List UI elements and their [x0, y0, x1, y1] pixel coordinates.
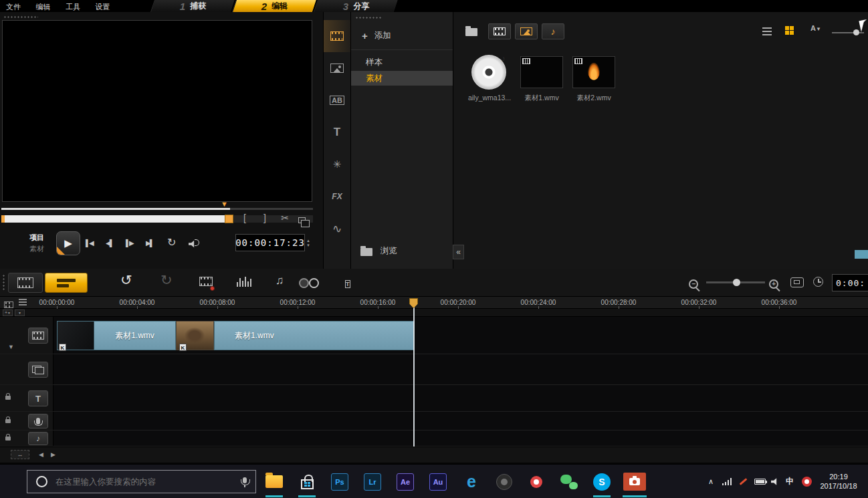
title-track-button[interactable]: T: [28, 390, 48, 406]
overlay-track-button[interactable]: [28, 362, 48, 378]
playhead-line[interactable]: [413, 307, 415, 447]
split-clip-button[interactable]: ✂: [277, 213, 293, 223]
undo-button[interactable]: ↺: [120, 272, 132, 288]
play-button[interactable]: ▶: [56, 231, 80, 255]
browse-button[interactable]: 浏览: [351, 241, 453, 261]
tray-ime-indicator[interactable]: 中: [784, 465, 796, 498]
trim-handle-right[interactable]: [225, 215, 233, 223]
repeat-button[interactable]: ↻: [167, 236, 176, 249]
filter-videos-button[interactable]: [488, 23, 511, 39]
tool-graphics[interactable]: ✳: [324, 148, 350, 180]
import-media-button[interactable]: [465, 25, 477, 39]
tab-edit[interactable]: 2编辑: [232, 0, 318, 12]
timecode-spinner[interactable]: ▲ ▼: [306, 235, 310, 250]
taskbar-app-lightroom[interactable]: Lr: [364, 465, 381, 498]
timeline-zoom-slider[interactable]: [706, 281, 765, 283]
menu-file[interactable]: 文件: [0, 1, 27, 13]
slider-handle[interactable]: [853, 29, 859, 35]
project-duration-button[interactable]: [813, 277, 823, 289]
mark-in-button[interactable]: [: [237, 213, 253, 223]
taskbar-app-camera[interactable]: [623, 465, 647, 498]
enlarge-preview-button[interactable]: [298, 214, 306, 226]
auto-music-button[interactable]: ♫: [276, 274, 284, 287]
taskbar-app-aftereffects[interactable]: Ae: [397, 465, 414, 498]
tray-battery-icon[interactable]: [753, 465, 766, 498]
taskbar-clock[interactable]: 20:19 2017/10/18: [813, 472, 864, 491]
track-disclosure-button[interactable]: ▼: [8, 344, 14, 350]
filter-photos-button[interactable]: [515, 23, 538, 39]
menu-tools[interactable]: 工具: [60, 1, 86, 13]
scroll-left-button[interactable]: ◀: [39, 451, 43, 458]
taskbar-app-photoshop[interactable]: Ps: [331, 465, 348, 498]
tray-volume-icon[interactable]: [769, 465, 781, 498]
menu-settings[interactable]: 设置: [89, 1, 116, 13]
storyboard-view-button[interactable]: [8, 273, 43, 293]
filter-audio-button[interactable]: ♪: [542, 23, 564, 39]
tab-share[interactable]: 3分享: [314, 0, 399, 12]
taskbar-app-skype[interactable]: S: [593, 465, 611, 498]
taskbar-app-generic[interactable]: [496, 465, 513, 498]
gallery-item-material[interactable]: 素材: [351, 71, 453, 86]
scrub-track[interactable]: [1, 208, 313, 210]
timeline-clip-2[interactable]: 素材1.wmv: [214, 321, 415, 350]
sort-button[interactable]: A▼: [810, 24, 821, 32]
add-track-button[interactable]: +▼: [3, 309, 13, 316]
menu-edit[interactable]: 编辑: [29, 1, 56, 13]
list-view-button[interactable]: [762, 26, 772, 38]
timeline-view-button[interactable]: [45, 273, 88, 293]
taskbar-search-box[interactable]: [27, 470, 256, 493]
tray-network-icon[interactable]: [721, 465, 733, 498]
tool-media-library[interactable]: [324, 20, 350, 52]
microphone-icon[interactable]: [243, 477, 247, 483]
tool-instant-project[interactable]: [324, 52, 350, 84]
tray-show-hidden-button[interactable]: ∧: [705, 465, 717, 498]
thumbnail-view-button[interactable]: [785, 25, 794, 37]
previous-frame-button[interactable]: ◀▌: [106, 239, 113, 247]
clip-mode-label[interactable]: 素材: [29, 244, 44, 254]
zoom-in-button[interactable]: +: [769, 277, 778, 289]
lock-icon[interactable]: [5, 437, 11, 441]
taskbar-app-edge[interactable]: e: [463, 465, 480, 498]
taskbar-app-audition[interactable]: Au: [429, 465, 447, 498]
add-gallery-button[interactable]: + 添加: [351, 27, 453, 44]
collapse-nav-button[interactable]: «: [453, 245, 464, 259]
project-mode-label[interactable]: 项目: [29, 233, 44, 243]
music-track-button[interactable]: ♪: [28, 432, 48, 445]
timeline-timecode[interactable]: 0:00:: [832, 274, 868, 291]
zoom-slider-handle[interactable]: [733, 279, 740, 286]
next-frame-button[interactable]: ▌▶: [126, 239, 133, 247]
voice-track-button[interactable]: [28, 414, 48, 428]
redo-button[interactable]: ↻: [160, 272, 173, 288]
track-list-button[interactable]: [19, 299, 27, 305]
tray-music-app-icon[interactable]: [800, 465, 813, 498]
lock-icon[interactable]: [5, 419, 11, 423]
thumbnail-size-slider[interactable]: [832, 32, 864, 33]
sound-mixer-button[interactable]: [237, 277, 251, 289]
scrollbar-corner[interactable]: [855, 250, 868, 259]
fit-project-button[interactable]: [790, 277, 804, 287]
preview-timecode[interactable]: 00:00:17:23: [235, 234, 305, 251]
taskbar-app-red[interactable]: [530, 465, 543, 498]
tray-pen-icon[interactable]: [737, 465, 749, 498]
record-capture-button[interactable]: [199, 277, 213, 289]
scrub-marker-icon[interactable]: ▼: [221, 200, 228, 208]
subtitle-editor-button[interactable]: T: [345, 277, 350, 289]
gallery-item-samples[interactable]: 样本: [351, 55, 453, 70]
tool-motion-path[interactable]: ∿: [324, 213, 350, 245]
trim-range[interactable]: [1, 215, 231, 223]
taskbar-app-explorer[interactable]: [265, 465, 283, 498]
scroll-drag-button[interactable]: ↔: [11, 450, 29, 459]
video-track-button[interactable]: [28, 328, 48, 344]
zoom-out-button[interactable]: −: [689, 277, 698, 289]
go-start-button[interactable]: ▌◀: [86, 239, 93, 247]
go-end-button[interactable]: ▶▌: [146, 239, 153, 247]
timeline-clip-1[interactable]: 素材1.wmv: [57, 321, 176, 350]
taskbar-app-wechat[interactable]: [560, 465, 578, 498]
mark-out-button[interactable]: ]: [257, 213, 273, 223]
taskbar-app-store[interactable]: [298, 465, 316, 498]
system-volume-button[interactable]: [189, 239, 197, 251]
tab-capture[interactable]: 1捕获: [150, 0, 236, 12]
remove-track-button[interactable]: ▼: [15, 309, 25, 316]
search-input[interactable]: [56, 477, 223, 487]
tool-filters[interactable]: FX: [324, 180, 350, 213]
